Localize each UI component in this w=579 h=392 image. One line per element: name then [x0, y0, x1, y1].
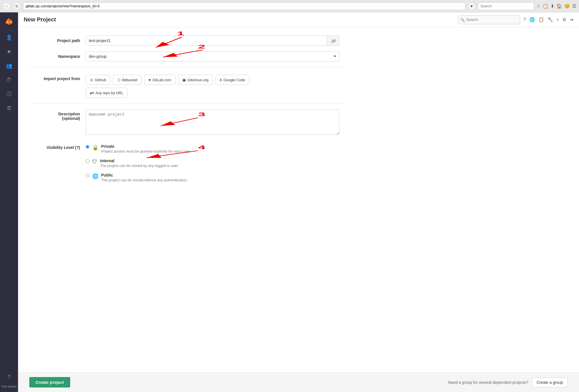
project-path-suffix: .git	[327, 36, 339, 46]
browser-chrome: ← ↻ ▼ ☆ 📋 ⬇ 🏠 😊 ☰	[0, 0, 579, 12]
reader-icon[interactable]: 📋	[543, 3, 548, 9]
project-path-input-row: .git	[86, 36, 339, 46]
sidebar-item-groups[interactable]: 👥	[0, 59, 18, 73]
visibility-options: 🔒 Private Project access must be granted…	[86, 144, 339, 187]
list-icon: ☰	[7, 105, 11, 111]
home-icon[interactable]: 🏠	[556, 3, 562, 9]
download-icon[interactable]: ⬇	[551, 3, 554, 9]
browser-icon-bar: ☆ 📋 ⬇ 🏠 😊 ☰	[536, 3, 576, 9]
signout-icon[interactable]: ➔	[570, 17, 573, 22]
create-group-button[interactable]: Create a group	[532, 378, 568, 387]
description-label: Description (optional)	[29, 109, 86, 121]
import-googlecode-btn[interactable]: 8 Google Code	[216, 75, 249, 85]
namespace-label: Namespace	[29, 54, 86, 59]
bookmark-icon[interactable]: ☆	[536, 3, 540, 9]
gear-icon[interactable]: ⚙	[562, 17, 566, 22]
project-path-control: .git	[86, 36, 339, 46]
back-button[interactable]: ←	[3, 2, 11, 10]
gitlab-logo-icon	[4, 16, 14, 27]
visibility-row: Visibility Level (?) 🔒 Private Project a…	[29, 141, 345, 187]
globe-vis-icon: 🌐	[92, 173, 98, 179]
namespace-row: Namespace dev-group	[29, 51, 345, 61]
import-bitbucket-btn[interactable]: ⬡ Bitbucket	[113, 75, 141, 85]
description-row: Description (optional)	[29, 109, 345, 136]
sidebar-bottom: User activity	[1, 384, 17, 392]
sidebar-user-label: User activity	[1, 384, 17, 389]
visibility-internal-radio[interactable]	[86, 159, 89, 163]
visibility-public: 🌐 Public The project can be cloned witho…	[86, 173, 339, 182]
header-right: 🔍 ? 🌐 📋 🔧 + ⚙ ➔	[458, 15, 573, 24]
visibility-public-text: Public The project can be cloned without…	[101, 173, 339, 182]
import-url-label: Any repo by URL	[95, 91, 123, 95]
question-icon[interactable]: ?	[523, 17, 526, 22]
gitlab-heart-icon: ♥	[149, 78, 151, 82]
description-control	[86, 109, 339, 136]
visibility-private-radio[interactable]	[86, 145, 89, 149]
sidebar-item-starred[interactable]: ★	[0, 45, 18, 59]
browser-search-input[interactable]	[478, 2, 534, 10]
page-title: New Project	[24, 16, 56, 23]
import-url-btn[interactable]: git Any repo by URL	[86, 88, 127, 98]
sidebar-item-user[interactable]: 👤	[0, 30, 18, 45]
sidebar-item-help[interactable]: ?	[0, 370, 18, 384]
project-path-label: Project path	[29, 38, 86, 43]
main-content: Project path .git Namespace	[18, 27, 579, 372]
shield-icon: 🛡	[92, 159, 97, 165]
copy-icon[interactable]: 📋	[538, 17, 544, 22]
content-inner: Project path .git Namespace	[18, 27, 356, 201]
create-project-button[interactable]: Create project	[29, 377, 70, 387]
github-icon: ⊙	[90, 78, 93, 82]
import-gitorious-label: Gitorious.org	[187, 78, 208, 82]
import-github-label: GitHub	[95, 78, 106, 82]
footer-right: Need a group for several dependent proje…	[448, 378, 568, 387]
visibility-private: 🔒 Private Project access must be granted…	[86, 144, 339, 153]
url-bar[interactable]	[23, 2, 465, 10]
visibility-private-desc: Project access must be granted explicitl…	[101, 149, 339, 153]
dropdown-button[interactable]: ▼	[468, 2, 476, 10]
visibility-public-title: Public	[101, 173, 339, 177]
import-bitbucket-label: Bitbucket	[122, 78, 137, 82]
sidebar-item-info[interactable]: ⓘ	[0, 87, 18, 101]
reload-button[interactable]: ↻	[13, 2, 21, 10]
sidebar-logo[interactable]	[0, 12, 18, 30]
visibility-public-radio[interactable]	[86, 174, 89, 177]
globe-icon[interactable]: 🌐	[529, 17, 535, 22]
search-icon: 🔍	[460, 17, 465, 22]
import-gitorious-btn[interactable]: ▣ Gitorious.org	[178, 75, 213, 85]
clock-icon: ⏱	[6, 77, 12, 83]
visibility-internal: 🛡 Internal The project can be cloned by …	[86, 158, 339, 168]
sidebar-item-list[interactable]: ☰	[0, 101, 18, 115]
project-path-input[interactable]	[86, 36, 327, 46]
visibility-internal-desc: The project can be cloned by any logged …	[100, 164, 339, 168]
divider-1	[29, 67, 345, 67]
page-wrapper: Project path .git Namespace	[18, 27, 579, 201]
import-gitlab-label: GitLab.com	[153, 78, 171, 82]
import-url-row: git Any repo by URL	[86, 88, 339, 98]
namespace-select[interactable]: dev-group	[86, 51, 339, 61]
group-prompt-text: Need a group for several dependent proje…	[448, 380, 529, 385]
sidebar-item-activity[interactable]: ⏱	[0, 73, 18, 87]
header-search-input[interactable]	[458, 15, 520, 24]
info-icon: ⓘ	[6, 91, 12, 97]
import-row: Import project from ⊙ GitHub ⬡ Bitbu	[29, 73, 345, 98]
footer-bar: Create project Need a group for several …	[18, 372, 579, 392]
visibility-internal-text: Internal The project can be cloned by an…	[100, 158, 339, 168]
face-icon[interactable]: 😊	[564, 3, 570, 9]
import-gitlab-btn[interactable]: ♥ GitLab.com	[144, 75, 175, 85]
app-layout: 👤 ★ 👥 ⏱ ⓘ ☰ ? User activity New Project	[0, 12, 579, 392]
description-textarea[interactable]	[86, 109, 339, 135]
import-github-btn[interactable]: ⊙ GitHub	[86, 75, 110, 85]
import-buttons-wrapper: ⊙ GitHub ⬡ Bitbucket ♥ GitLab.com	[86, 75, 339, 98]
lock-icon: 🔒	[92, 144, 98, 151]
visibility-public-desc: The project can be cloned without any au…	[101, 178, 339, 182]
plus-icon[interactable]: +	[556, 17, 559, 22]
menu-dots-icon[interactable]: ☰	[572, 3, 576, 9]
wrench-icon[interactable]: 🔧	[547, 17, 553, 22]
project-path-row: Project path .git	[29, 36, 345, 46]
main-area: New Project 🔍 ? 🌐 📋 🔧 + ⚙ ➔	[18, 12, 579, 392]
bitbucket-icon: ⬡	[117, 78, 120, 82]
header-bar: New Project 🔍 ? 🌐 📋 🔧 + ⚙ ➔	[18, 12, 579, 27]
visibility-label: Visibility Level (?)	[29, 144, 86, 150]
star-icon: ★	[7, 49, 11, 55]
search-wrapper: 🔍	[458, 15, 520, 24]
